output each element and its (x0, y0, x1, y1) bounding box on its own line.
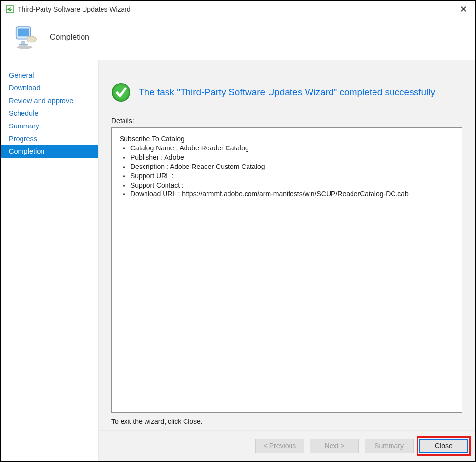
wizard-header: Completion (1, 18, 475, 60)
sidebar-item-summary[interactable]: Summary (1, 120, 98, 132)
sidebar-item-completion[interactable]: Completion (1, 145, 98, 158)
sidebar-item-label: General (9, 71, 34, 79)
sidebar-item-label: Review and approve (9, 97, 73, 105)
details-root-line: Subscribe To Catalog (117, 135, 457, 143)
sidebar-item-label: Completion (9, 147, 44, 155)
wizard-body: General Download Review and approve Sche… (1, 60, 475, 461)
sidebar-item-review-approve[interactable]: Review and approve (1, 94, 98, 107)
sidebar-item-schedule[interactable]: Schedule (1, 107, 98, 120)
wizard-window: Third-Party Software Updates Wizard ✕ Co… (0, 0, 476, 462)
page-title: Completion (50, 33, 89, 42)
details-box[interactable]: Subscribe To Catalog Catalog Name : Adob… (111, 127, 462, 413)
summary-button: Summary (365, 439, 414, 453)
success-text: The task "Third-Party Software Updates W… (139, 87, 435, 98)
detail-item: Description : Adobe Reader Custom Catalo… (130, 162, 457, 171)
details-list: Catalog Name : Adobe Reader Catalog Publ… (117, 144, 457, 199)
sidebar-item-progress[interactable]: Progress (1, 132, 98, 145)
close-button[interactable]: Close (419, 439, 468, 453)
next-button: Next > (310, 439, 359, 453)
svg-rect-4 (18, 29, 29, 37)
details-label: Details: (111, 117, 462, 125)
detail-item: Support Contact : (130, 181, 457, 190)
content-area: The task "Third-Party Software Updates W… (99, 60, 475, 461)
footer-buttons: < Previous Next > Summary Close (99, 430, 475, 461)
close-icon[interactable]: ✕ (457, 5, 470, 14)
checkmark-success-icon (111, 83, 131, 102)
success-message: The task "Third-Party Software Updates W… (111, 83, 462, 102)
sidebar-item-label: Schedule (9, 109, 38, 117)
detail-item: Catalog Name : Adobe Reader Catalog (130, 144, 457, 153)
detail-item: Support URL : (130, 171, 457, 181)
window-title: Third-Party Software Updates Wizard (18, 5, 131, 13)
detail-item: Publisher : Adobe (130, 153, 457, 162)
sidebar-item-download[interactable]: Download (1, 82, 98, 94)
window-app-icon (6, 5, 14, 13)
svg-rect-6 (19, 44, 28, 46)
sidebar-item-label: Progress (9, 135, 37, 143)
sidebar-nav: General Download Review and approve Sche… (1, 60, 99, 461)
svg-point-2 (17, 46, 33, 49)
detail-item: Download URL : https://armmf.adobe.com/a… (130, 189, 457, 199)
exit-hint: To exit the wizard, click Close. (111, 418, 462, 425)
titlebar: Third-Party Software Updates Wizard ✕ (1, 1, 475, 18)
sidebar-item-label: Download (9, 84, 41, 92)
monitor-wizard-icon (12, 23, 39, 51)
sidebar-item-general[interactable]: General (1, 69, 98, 82)
previous-button: < Previous (255, 439, 304, 453)
sidebar-item-label: Summary (9, 122, 39, 130)
svg-rect-5 (21, 41, 25, 44)
